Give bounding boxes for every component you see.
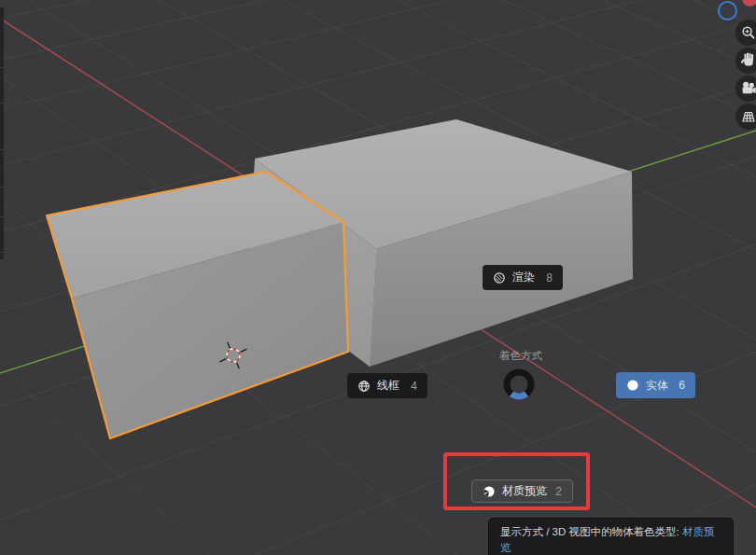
toggle-projection-icon [735, 104, 756, 130]
wireframe-sphere-icon [357, 380, 371, 393]
pan-button[interactable] [735, 48, 756, 74]
pie-direction-arc [511, 394, 526, 396]
cube-selected[interactable] [47, 172, 348, 438]
pie-item-label: 实体 [646, 378, 668, 394]
camera-view-button[interactable] [735, 76, 756, 102]
zoom-icon [735, 20, 756, 46]
pie-item-solid[interactable]: 实体 6 [616, 372, 695, 398]
pie-item-shortcut: 8 [546, 271, 553, 284]
annotation-highlight-rect [443, 452, 590, 510]
pan-hand-icon [735, 48, 756, 74]
pie-menu-direction-widget[interactable] [500, 366, 538, 403]
scene-canvas [0, 0, 756, 555]
toggle-projection-button[interactable] [735, 104, 756, 130]
zoom-button[interactable] [735, 20, 756, 46]
3d-viewport[interactable]: 着色方式 渲染 8 [0, 0, 756, 555]
pie-item-label: 线框 [377, 378, 399, 394]
pie-item-wireframe[interactable]: 线框 4 [347, 373, 427, 398]
pie-menu-title: 着色方式 [476, 349, 566, 363]
solid-sphere-icon [626, 379, 639, 392]
camera-view-icon [735, 76, 756, 102]
rendered-sphere-icon [493, 271, 506, 284]
pie-item-shortcut: 6 [679, 379, 685, 392]
pie-item-render[interactable]: 渲染 8 [483, 265, 563, 290]
pie-item-label: 渲染 [512, 270, 535, 285]
left-toolbar-edge [0, 7, 4, 259]
gizmo-axis-ball-blue[interactable] [718, 1, 737, 21]
tooltip-line1: 显示方式 / 3D 视图中的物体着色类型: 材质预览 [500, 524, 721, 555]
pie-item-shortcut: 4 [411, 380, 417, 393]
tooltip: 显示方式 / 3D 视图中的物体着色类型: 材质预览 材质预览模式显示 [488, 518, 734, 555]
